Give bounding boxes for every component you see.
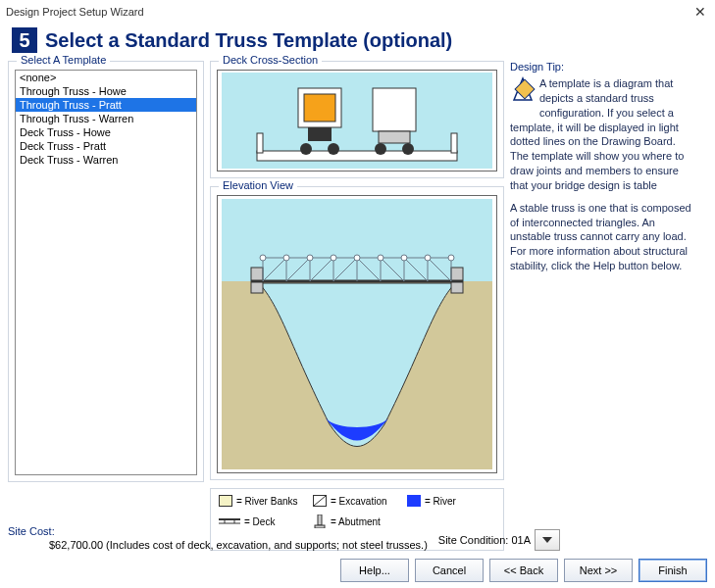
legend-label: = River Banks (236, 496, 298, 507)
site-cost-value: $62,700.00 (Includes cost of deck, excav… (49, 539, 707, 551)
step-header: 5 Select a Standard Truss Template (opti… (12, 27, 707, 53)
legend-label: = Excavation (331, 496, 387, 507)
template-list[interactable]: <none>Through Truss - HoweThrough Truss … (15, 70, 197, 475)
deck-group-title: Deck Cross-Section (219, 54, 322, 66)
svg-rect-6 (308, 127, 332, 141)
template-item[interactable]: Deck Truss - Warren (16, 153, 196, 167)
finish-button[interactable]: Finish (638, 559, 707, 582)
design-tip-p2: A stable truss is one that is composed o… (510, 201, 696, 273)
cancel-button[interactable]: Cancel (415, 559, 484, 582)
svg-point-44 (448, 255, 454, 261)
back-button[interactable]: << Back (489, 559, 558, 582)
legend-excavation: = Excavation (313, 495, 401, 507)
site-condition-dropdown[interactable] (535, 529, 560, 551)
chevron-down-icon (542, 537, 552, 543)
deck-group: Deck Cross-Section (210, 61, 504, 178)
svg-point-11 (375, 143, 386, 155)
svg-rect-9 (373, 88, 416, 131)
svg-point-38 (307, 255, 313, 261)
svg-rect-10 (379, 131, 410, 143)
compass-icon (510, 76, 536, 106)
template-group: Select A Template <none>Through Truss - … (8, 61, 204, 482)
legend-river: = River (407, 495, 495, 507)
legend-river-banks: = River Banks (219, 495, 307, 507)
design-tip-title: Design Tip: (510, 61, 696, 73)
svg-point-43 (425, 255, 431, 261)
svg-point-36 (260, 255, 266, 261)
swatch-river-banks-icon (219, 495, 232, 507)
svg-marker-54 (542, 537, 552, 543)
svg-rect-2 (257, 133, 263, 153)
svg-point-7 (300, 143, 312, 155)
svg-rect-5 (304, 94, 335, 122)
step-title: Select a Standard Truss Template (option… (45, 29, 452, 52)
template-item[interactable]: Deck Truss - Howe (16, 125, 196, 139)
swatch-river-icon (407, 495, 421, 507)
elevation-group: Elevation View (210, 186, 504, 480)
svg-line-45 (314, 496, 326, 506)
svg-point-42 (401, 255, 407, 261)
template-item[interactable]: Through Truss - Howe (16, 84, 196, 98)
template-item[interactable]: <none> (16, 71, 196, 84)
svg-point-12 (402, 143, 414, 155)
svg-point-40 (354, 255, 360, 261)
template-group-title: Select A Template (17, 54, 110, 66)
svg-point-39 (331, 255, 336, 261)
legend-label: = River (425, 496, 456, 507)
svg-rect-1 (257, 151, 457, 161)
design-tip: Design Tip: A template is a diagram that… (510, 61, 696, 281)
swatch-excavation-icon (313, 495, 327, 507)
site-cost-label: Site Cost: (8, 525, 707, 537)
site-condition-label: Site Condition: 01A (438, 534, 531, 546)
elevation-svg (222, 199, 492, 469)
elevation-canvas (217, 195, 497, 473)
svg-point-8 (328, 143, 339, 155)
window-title: Design Project Setup Wizard (6, 6, 144, 18)
deck-canvas (217, 70, 497, 172)
next-button[interactable]: Next >> (564, 559, 633, 582)
template-item[interactable]: Through Truss - Pratt (16, 98, 196, 112)
template-item[interactable]: Deck Truss - Pratt (16, 139, 196, 153)
help-button[interactable]: Help... (340, 559, 409, 582)
window-titlebar: Design Project Setup Wizard ✕ (0, 0, 715, 24)
design-tip-p1: A template is a diagram that depicts a s… (510, 76, 696, 193)
svg-rect-50 (318, 514, 322, 525)
elevation-group-title: Elevation View (219, 179, 297, 191)
svg-point-37 (283, 255, 289, 261)
svg-rect-53 (515, 79, 535, 99)
svg-point-41 (378, 255, 383, 261)
deck-cross-section-svg (222, 73, 492, 169)
template-item[interactable]: Through Truss - Warren (16, 112, 196, 125)
svg-rect-3 (451, 133, 457, 153)
step-number: 5 (12, 27, 37, 53)
close-icon[interactable]: ✕ (691, 5, 709, 19)
